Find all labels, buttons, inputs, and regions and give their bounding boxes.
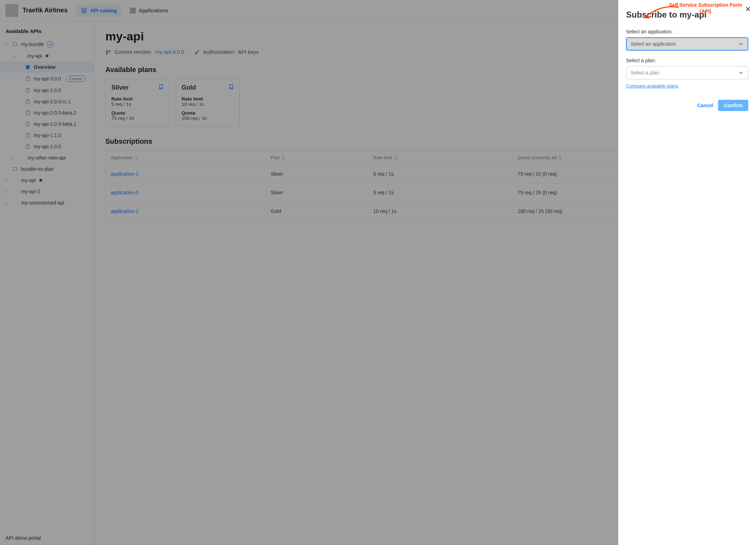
compare-plans-link[interactable]: Compare available plans — [626, 83, 678, 89]
chevron-down-icon — [738, 41, 744, 47]
subscribe-panel: ✕ Subscribe to my-api Select an applicat… — [618, 0, 756, 545]
panel-title: Subscribe to my-api — [626, 10, 748, 20]
app-select-label: Select an application: — [626, 29, 748, 34]
select-placeholder: Select an application — [631, 41, 676, 47]
chevron-down-icon — [738, 70, 744, 76]
confirm-button[interactable]: Confirm — [718, 100, 748, 111]
plan-select[interactable]: Select a plan — [626, 66, 748, 79]
plan-select-label: Select a plan: — [626, 58, 748, 63]
cancel-button[interactable]: Cancel — [697, 103, 713, 108]
close-icon[interactable]: ✕ — [745, 5, 751, 13]
select-placeholder: Select a plan — [631, 70, 659, 76]
application-select[interactable]: Select an application — [626, 37, 748, 51]
